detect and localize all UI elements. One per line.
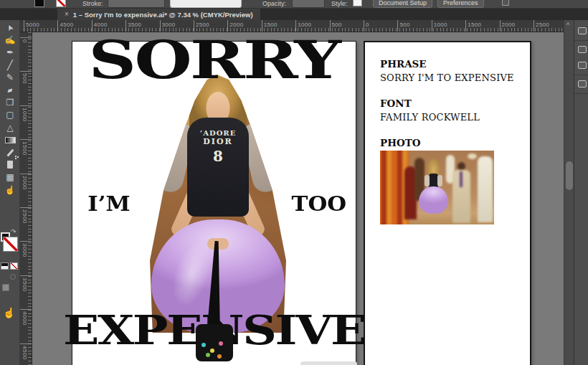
vruler-label: 2000 xyxy=(22,176,28,190)
rectangle-tool[interactable]: ❐ xyxy=(0,96,20,108)
vruler-label: 4500 xyxy=(22,346,28,360)
symbol-sprayer-tool[interactable] xyxy=(0,158,20,171)
artboard-poster[interactable]: SORRY ’ADORE DIOR 8 I’M TOO EXPENSIVE xyxy=(72,41,356,365)
artboard-specs[interactable]: PHRASE SORRY I'M TO EXPENSIVE FONT FAMIL… xyxy=(364,41,531,365)
selection-tool[interactable]: ➤ xyxy=(0,22,20,34)
hruler-label: 1500 xyxy=(468,22,481,28)
mesh-tool[interactable]: ▦ xyxy=(0,171,20,184)
straw-hat xyxy=(468,153,477,159)
tshirt-number: 8 xyxy=(187,148,249,165)
thumb-woman-right-arm xyxy=(437,175,442,186)
pen-tool[interactable]: ✒ xyxy=(0,47,20,59)
woman-tshirt: ’ADORE DIOR 8 xyxy=(187,118,249,217)
direct-selection-tool[interactable]: ✍ xyxy=(0,34,20,46)
poster-word-im[interactable]: I’M xyxy=(87,192,130,216)
suit-man-tie xyxy=(460,171,463,187)
scrollbar-thumb[interactable] xyxy=(566,161,573,190)
vruler-label: 1500 xyxy=(22,141,28,156)
fill-color-swatch[interactable] xyxy=(34,0,44,7)
fill-none-indicator[interactable] xyxy=(3,237,18,252)
hruler-label: 4500 xyxy=(60,22,73,28)
vertical-ruler: 050010001500200025003000350040004500 xyxy=(20,32,32,365)
document-tab[interactable]: × 1 – Sorry I'm to expensive.ai* @ 7.34 … xyxy=(57,9,260,20)
stroke-weight-field[interactable] xyxy=(108,0,165,8)
document-tab-bar: × 1 – Sorry I'm to expensive.ai* @ 7.34 … xyxy=(0,9,588,20)
hruler-label: 4000 xyxy=(94,22,108,28)
canvas[interactable]: SORRY ’ADORE DIOR 8 I’M TOO EXPENSIVE xyxy=(32,32,564,365)
tshirt-line2: DIOR xyxy=(187,137,249,146)
opacity-field[interactable] xyxy=(292,0,325,8)
dock-panel-icon[interactable] xyxy=(578,46,587,53)
hruler-label: 3000 xyxy=(162,22,176,28)
vruler-label: 4000 xyxy=(22,311,28,326)
vruler-label: 3500 xyxy=(22,278,28,292)
brush-definition-button[interactable] xyxy=(170,0,242,8)
photo-label[interactable]: PHOTO xyxy=(380,137,420,148)
tshirt-line1: ’ADORE xyxy=(187,129,249,137)
hruler-label: 2000 xyxy=(229,22,243,28)
font-value[interactable]: FAMILY ROCKWELL xyxy=(380,112,480,123)
artboard-tool[interactable]: ▢ xyxy=(0,109,20,121)
hruler-label: 1500 xyxy=(264,22,278,28)
poster-headline-sorry[interactable]: SORRY xyxy=(33,34,396,86)
line-segment-tool[interactable]: ╱ xyxy=(0,59,20,71)
thumb-woman-skirt xyxy=(419,186,448,214)
fill-stroke-widget: ↷ ☝ xyxy=(0,227,20,365)
dock-panel-icon[interactable] xyxy=(578,62,587,69)
hruler-label: 2000 xyxy=(502,22,516,28)
dock-panel-icon[interactable] xyxy=(578,27,587,34)
panel-dock xyxy=(574,20,588,365)
close-tab-icon[interactable]: × xyxy=(65,11,69,18)
perspective-grid-tool[interactable]: △ xyxy=(0,121,20,133)
vruler-label: 500 xyxy=(22,73,28,84)
hruler-label: 2500 xyxy=(536,22,549,28)
color-mode-button[interactable] xyxy=(1,262,9,270)
photo-thumbnail[interactable] xyxy=(380,151,494,224)
panel-flag-icon[interactable] xyxy=(502,0,509,6)
hruler-label: 0 xyxy=(366,22,369,28)
hruler-label: 1000 xyxy=(298,22,311,28)
stroke-none-swatch[interactable] xyxy=(56,0,66,7)
illustrator-window: Stroke: Opacity: Style: Document Setup P… xyxy=(0,0,588,365)
stroke-label: Stroke: xyxy=(82,0,103,7)
handbag[interactable] xyxy=(196,324,233,361)
phrase-value[interactable]: SORRY I'M TO EXPENSIVE xyxy=(380,72,514,83)
gradient-tool[interactable] xyxy=(0,134,20,146)
style-label: Style: xyxy=(331,0,348,7)
hand-tool[interactable]: ☝ xyxy=(0,184,20,196)
tools-panel: ➤✍✒╱✎▰❐▢△▦☝ ↷ ☝ xyxy=(0,20,20,365)
eraser-tool[interactable]: ▰ xyxy=(0,84,20,96)
horizontal-ruler: 5000450040003500300025002000150010005000… xyxy=(20,20,564,32)
hruler-label: 2500 xyxy=(196,22,209,28)
font-label[interactable]: FONT xyxy=(380,98,412,109)
vruler-label: 0 xyxy=(22,39,28,43)
scroll-up-icon[interactable]: ^ xyxy=(566,22,569,29)
drawing-mode-button[interactable] xyxy=(2,284,9,291)
vruler-label: 1000 xyxy=(22,108,28,122)
none-mode-button[interactable] xyxy=(10,262,18,270)
eyedropper-tool[interactable] xyxy=(0,146,20,158)
preferences-button[interactable]: Preferences xyxy=(437,0,484,8)
document-setup-button[interactable]: Document Setup xyxy=(373,0,432,8)
vertical-scrollbar[interactable]: ^ xyxy=(564,20,574,365)
control-bar: Stroke: Opacity: Style: Document Setup P… xyxy=(0,0,588,9)
vruler-label: 2500 xyxy=(22,209,28,224)
vruler-label: 3000 xyxy=(22,243,28,257)
hruler-label: 500 xyxy=(399,22,409,28)
thumb-woman-left-arm xyxy=(425,175,430,186)
style-swatch[interactable] xyxy=(353,0,362,6)
opacity-label: Opacity: xyxy=(262,0,286,7)
paintbrush-tool[interactable]: ✎ xyxy=(0,72,20,84)
dock-panel-icon[interactable] xyxy=(578,80,587,87)
swap-fill-stroke-icon[interactable]: ↷ xyxy=(11,228,16,235)
hruler-label: 500 xyxy=(332,22,342,28)
artboard-gray-object[interactable] xyxy=(300,361,357,365)
document-tab-title: 1 – Sorry I'm to expensive.ai* @ 7.34 % … xyxy=(73,11,253,19)
poster-word-too[interactable]: TOO xyxy=(292,192,347,216)
hand-shape-icon: ☝ xyxy=(3,307,15,318)
hruler-label: 3500 xyxy=(128,22,141,28)
hruler-label: 1000 xyxy=(434,22,447,28)
background-figure-robe xyxy=(478,156,493,222)
gradient-mode-icon[interactable] xyxy=(10,274,16,280)
hruler-label: 5000 xyxy=(26,22,39,28)
